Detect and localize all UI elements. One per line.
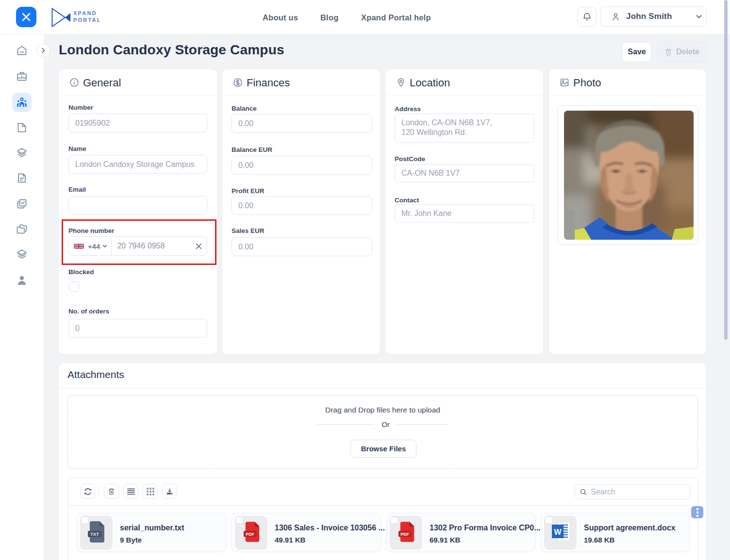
svg-text:TXT: TXT [90,531,99,537]
svg-text:PDF: PDF [246,532,255,537]
svg-text:XPAND: XPAND [73,10,97,16]
svg-text:PDF: PDF [400,532,410,537]
svg-text:W: W [554,528,562,536]
svg-text:PORTAL: PORTAL [73,17,100,23]
